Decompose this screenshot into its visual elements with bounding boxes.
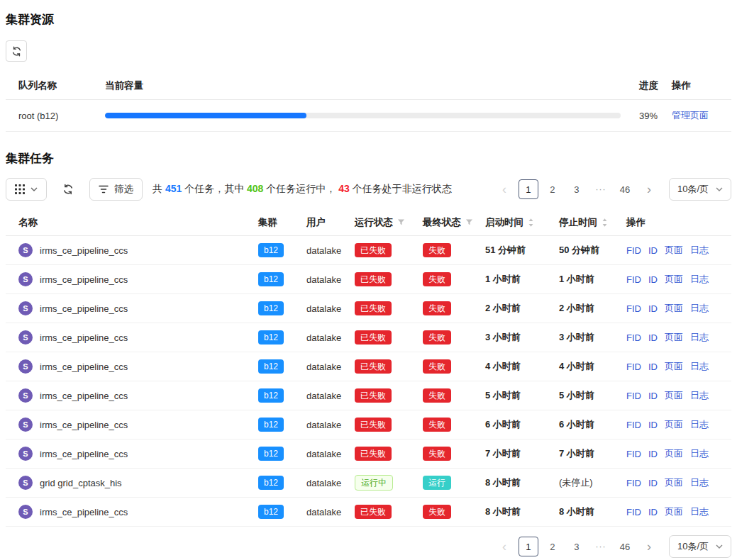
pagination-page-1[interactable]: 1 bbox=[519, 537, 538, 556]
row-action-fid[interactable]: FID bbox=[626, 332, 641, 343]
run-status-badge: 运行中 bbox=[355, 475, 393, 491]
page-size-select[interactable]: 10条/页 bbox=[669, 535, 731, 558]
row-action-id[interactable]: ID bbox=[648, 391, 658, 401]
row-action-page[interactable]: 页面 bbox=[665, 476, 683, 489]
row-action-log[interactable]: 日志 bbox=[690, 389, 709, 402]
header-current-capacity: 当前容量 bbox=[105, 79, 639, 92]
row-action-log[interactable]: 日志 bbox=[690, 302, 709, 315]
page-size-select[interactable]: 10条/页 bbox=[669, 178, 731, 201]
row-action-page[interactable]: 页面 bbox=[665, 273, 683, 286]
running-task-count: 408 bbox=[247, 183, 263, 194]
stop-time-sorter-icon[interactable] bbox=[602, 218, 608, 228]
pagination-page-2[interactable]: 2 bbox=[543, 537, 563, 556]
stop-time: (未停止) bbox=[559, 476, 626, 489]
task-row: Sirms_ce_pipeline_ccsb12datalake已失败失败3 小… bbox=[6, 323, 731, 352]
row-action-page[interactable]: 页面 bbox=[665, 389, 683, 402]
task-name-cell: Sgrid grid_cptask_his bbox=[6, 476, 258, 490]
row-action-fid[interactable]: FID bbox=[626, 303, 641, 314]
pagination-next[interactable]: › bbox=[639, 179, 659, 199]
pagination-page-2[interactable]: 2 bbox=[543, 179, 563, 199]
row-action-log[interactable]: 日志 bbox=[690, 447, 709, 460]
row-action-id[interactable]: ID bbox=[648, 478, 658, 488]
task-row: Sirms_ce_pipeline_ccsb12datalake已失败失败2 小… bbox=[6, 294, 731, 323]
pagination-ellipsis[interactable]: ··· bbox=[591, 537, 611, 556]
pagination-prev[interactable]: ‹ bbox=[494, 537, 514, 556]
header-run-status: 运行状态 bbox=[355, 216, 423, 229]
row-action-fid[interactable]: FID bbox=[626, 449, 641, 459]
spark-avatar-icon: S bbox=[18, 388, 33, 403]
stop-time: 4 小时前 bbox=[559, 360, 626, 373]
row-action-log[interactable]: 日志 bbox=[690, 505, 709, 518]
column-settings-button[interactable] bbox=[6, 178, 47, 201]
stop-time: 6 小时前 bbox=[559, 418, 626, 431]
task-name-cell: Sirms_ce_pipeline_ccs bbox=[6, 272, 258, 286]
tasks-section-title: 集群任务 bbox=[6, 150, 731, 167]
row-action-log[interactable]: 日志 bbox=[690, 331, 709, 344]
pagination-page-46[interactable]: 46 bbox=[615, 179, 635, 199]
row-action-log[interactable]: 日志 bbox=[690, 476, 709, 489]
row-action-page[interactable]: 页面 bbox=[665, 447, 683, 460]
tasks-toolbar: 筛选 共 451 个任务，其中 408 个任务运行中， 43 个任务处于非运行状… bbox=[6, 178, 731, 201]
pagination-page-3[interactable]: 3 bbox=[567, 537, 587, 556]
progress-percent: 39% bbox=[639, 111, 672, 121]
header-user: 用户 bbox=[306, 216, 355, 229]
filter-lines-icon bbox=[99, 185, 109, 194]
row-action-id[interactable]: ID bbox=[648, 449, 658, 459]
row-action-id[interactable]: ID bbox=[648, 420, 658, 430]
row-action-id[interactable]: ID bbox=[648, 274, 658, 285]
task-name: irms_ce_pipeline_ccs bbox=[40, 303, 128, 314]
resources-section-title: 集群资源 bbox=[6, 11, 731, 28]
row-action-log[interactable]: 日志 bbox=[690, 418, 709, 431]
row-action-log[interactable]: 日志 bbox=[690, 360, 709, 373]
pagination-page-1[interactable]: 1 bbox=[519, 179, 538, 199]
row-action-log[interactable]: 日志 bbox=[690, 273, 709, 286]
row-action-page[interactable]: 页面 bbox=[665, 360, 683, 373]
pagination-bottom: ‹123···46›10条/页 bbox=[490, 535, 731, 558]
refresh-tasks-button[interactable] bbox=[58, 178, 78, 201]
row-action-page[interactable]: 页面 bbox=[665, 418, 683, 431]
row-action-page[interactable]: 页面 bbox=[665, 505, 683, 518]
pagination-ellipsis[interactable]: ··· bbox=[591, 179, 611, 199]
row-action-page[interactable]: 页面 bbox=[665, 331, 683, 344]
run-status-badge: 已失败 bbox=[355, 243, 392, 257]
pagination-page-3[interactable]: 3 bbox=[567, 179, 587, 199]
pagination-next[interactable]: › bbox=[639, 537, 659, 556]
row-action-page[interactable]: 页面 bbox=[665, 244, 683, 257]
row-action-fid[interactable]: FID bbox=[626, 245, 641, 256]
final-status-badge: 失败 bbox=[423, 243, 451, 257]
cluster-badge: b12 bbox=[258, 243, 284, 257]
row-action-fid[interactable]: FID bbox=[626, 274, 641, 285]
row-action-fid[interactable]: FID bbox=[626, 507, 641, 517]
pagination-prev[interactable]: ‹ bbox=[494, 179, 514, 199]
row-action-id[interactable]: ID bbox=[648, 332, 658, 343]
run-status-filter-icon[interactable] bbox=[397, 218, 405, 226]
final-status-badge: 运行 bbox=[423, 476, 451, 490]
row-action-id[interactable]: ID bbox=[648, 362, 658, 372]
refresh-resources-button[interactable] bbox=[6, 40, 27, 62]
manage-page-link[interactable]: 管理页面 bbox=[672, 110, 709, 121]
final-status-filter-icon[interactable] bbox=[465, 218, 473, 226]
task-row: Sirms_ce_pipeline_ccsb12datalake已失败失败4 小… bbox=[6, 352, 731, 381]
task-user: datalake bbox=[306, 478, 355, 488]
task-name-cell: Sirms_ce_pipeline_ccs bbox=[6, 330, 258, 345]
task-name: irms_ce_pipeline_ccs bbox=[40, 245, 128, 256]
task-row: Sirms_ce_pipeline_ccsb12datalake已失败失败51 … bbox=[6, 236, 731, 265]
row-action-log[interactable]: 日志 bbox=[690, 244, 709, 257]
row-action-id[interactable]: ID bbox=[648, 303, 658, 314]
capacity-progress-bar bbox=[105, 113, 621, 118]
row-action-id[interactable]: ID bbox=[648, 507, 658, 517]
pagination-page-46[interactable]: 46 bbox=[615, 537, 635, 556]
start-time-sorter-icon[interactable] bbox=[528, 218, 534, 228]
row-action-fid[interactable]: FID bbox=[626, 478, 641, 488]
row-action-page[interactable]: 页面 bbox=[665, 302, 683, 315]
row-action-id[interactable]: ID bbox=[648, 245, 658, 256]
row-action-fid[interactable]: FID bbox=[626, 391, 641, 401]
row-action-fid[interactable]: FID bbox=[626, 362, 641, 372]
filter-button[interactable]: 筛选 bbox=[89, 178, 143, 201]
task-name: irms_ce_pipeline_ccs bbox=[40, 362, 128, 372]
spark-avatar-icon: S bbox=[18, 272, 33, 286]
stop-time: 1 小时前 bbox=[559, 273, 626, 286]
task-name-cell: Sirms_ce_pipeline_ccs bbox=[6, 447, 258, 461]
row-action-fid[interactable]: FID bbox=[626, 420, 641, 430]
run-status-badge: 已失败 bbox=[355, 359, 392, 374]
